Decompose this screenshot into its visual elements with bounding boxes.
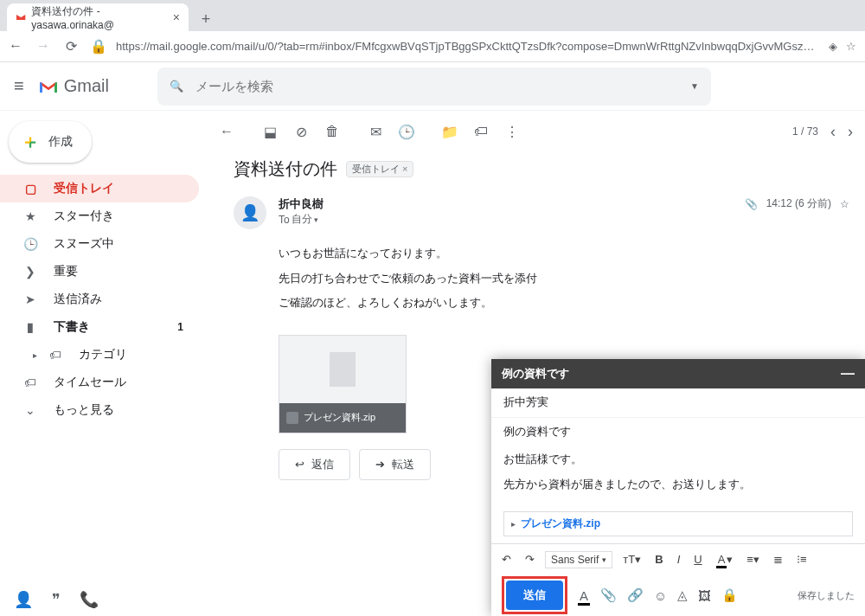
close-tab-icon[interactable]: × xyxy=(173,11,180,23)
prev-thread-icon[interactable]: ‹ xyxy=(830,123,836,141)
font-size-icon[interactable]: тT▾ xyxy=(619,551,644,568)
sidebar-item-custom-label[interactable]: 🏷 タイムセール xyxy=(0,369,199,396)
file-type-icon xyxy=(286,412,298,424)
nav-reload-icon[interactable]: ⟳ xyxy=(64,38,78,55)
search-icon[interactable]: 🔍 xyxy=(170,80,183,93)
sender-avatar[interactable]: 👤 xyxy=(234,196,266,229)
gmail-logo[interactable]: Gmail xyxy=(38,76,109,96)
compose-body-line: 先方から資料が届きましたので、お送りします。 xyxy=(503,475,853,496)
mark-unread-icon[interactable]: ✉ xyxy=(360,124,391,140)
send-button[interactable]: 送信 xyxy=(506,581,563,610)
labels-icon[interactable]: 🏷 xyxy=(465,124,497,139)
body-line: ご確認のほど、よろしくおねがいします。 xyxy=(279,291,849,316)
compose-attachment-chip[interactable]: ▸ プレゼン資料.zip xyxy=(503,511,853,536)
reply-button[interactable]: ↩ 返信 xyxy=(279,449,350,480)
forward-label: 転送 xyxy=(392,457,414,472)
to-value: 自分 xyxy=(292,212,312,227)
attachment-tile[interactable]: プレゼン資料.zip xyxy=(279,335,407,433)
minimize-icon[interactable]: — xyxy=(841,366,855,382)
sidebar-item-important[interactable]: ❯ 重要 xyxy=(0,258,199,286)
search-box[interactable]: 🔍 ▼ xyxy=(157,67,711,106)
bookmark-star-icon[interactable]: ☆ xyxy=(846,40,856,53)
ordered-list-icon[interactable]: ≣ xyxy=(770,551,786,568)
delete-icon[interactable]: 🗑 xyxy=(317,124,348,139)
sender-name[interactable]: 折中良樹 xyxy=(279,196,733,212)
redo-icon[interactable]: ↷ xyxy=(522,551,538,568)
compose-subject-field[interactable]: 例の資料です xyxy=(491,418,865,446)
hangouts-icon[interactable]: ❞ xyxy=(52,590,61,609)
bullet-list-icon[interactable]: ⁝≡ xyxy=(793,551,811,568)
browser-tab-bar: 資料送付の件 - yasawa.orinaka@ × + xyxy=(0,0,865,31)
sidebar-item-starred[interactable]: ★ スター付き xyxy=(0,202,199,230)
align-icon[interactable]: ≡▾ xyxy=(743,551,763,568)
zip-file-icon xyxy=(330,352,356,387)
italic-icon[interactable]: I xyxy=(674,551,684,568)
search-input[interactable] xyxy=(195,79,678,93)
browser-address-bar: ← → ⟳ 🔒 https://mail.google.com/mail/u/0… xyxy=(0,31,865,62)
phone-icon[interactable]: 📞 xyxy=(80,590,99,609)
insert-drive-icon[interactable]: ◬ xyxy=(677,587,688,603)
next-thread-icon[interactable]: › xyxy=(848,123,853,141)
nav-forward-icon[interactable]: → xyxy=(36,38,50,55)
sidebar-item-inbox[interactable]: ▢ 受信トレイ xyxy=(0,175,199,202)
content-area: ← ⬓ ⊘ 🗑 ✉ 🕒 📁 🏷 ⋮ 1 / 73 ‹ › 資料送付の件 受信トレ… xyxy=(199,111,865,616)
attachment-expand-icon: ▸ xyxy=(511,519,516,529)
new-tab-button[interactable]: + xyxy=(194,7,218,31)
insert-link-icon[interactable]: 🔗 xyxy=(627,587,644,603)
expand-icon: ▸ xyxy=(22,350,37,360)
nav-back-icon[interactable]: ← xyxy=(9,38,22,55)
label-chip[interactable]: 受信トレイ xyxy=(346,161,413,177)
text-format-icon[interactable]: A xyxy=(578,588,590,603)
sidebar-item-snoozed[interactable]: 🕒 スヌーズ中 xyxy=(0,230,199,258)
forward-icon: ➔ xyxy=(375,458,385,471)
compose-button[interactable]: ＋ 作成 xyxy=(9,121,92,163)
sidebar: ＋ 作成 ▢ 受信トレイ ★ スター付き 🕒 スヌーズ中 ❯ 重要 ➤ 送信済み… xyxy=(0,111,199,616)
extension-icon[interactable]: ◈ xyxy=(829,40,837,53)
more-actions-icon[interactable]: ⋮ xyxy=(497,124,528,140)
archive-icon[interactable]: ⬓ xyxy=(254,124,285,140)
forward-button[interactable]: ➔ 転送 xyxy=(359,449,431,480)
svg-rect-1 xyxy=(54,82,57,93)
compose-body[interactable]: お世話様です。 先方から資料が届きましたので、お送りします。 xyxy=(491,446,865,505)
snooze-icon[interactable]: 🕒 xyxy=(391,124,422,140)
confidential-mode-icon[interactable]: 🔒 xyxy=(721,587,738,603)
font-family-select[interactable]: Sans Serif▾ xyxy=(545,551,612,568)
compose-title-bar[interactable]: 例の資料です — xyxy=(491,359,865,388)
label-icon: 🏷 xyxy=(48,348,63,362)
reply-icon: ↩ xyxy=(295,458,304,471)
sidebar-label: カテゴリ xyxy=(79,347,127,363)
menu-icon[interactable]: ≡ xyxy=(14,76,24,96)
attach-file-icon[interactable]: 📎 xyxy=(600,587,617,603)
contacts-icon[interactable]: 👤 xyxy=(14,590,33,609)
lock-icon[interactable]: 🔒 xyxy=(90,38,104,55)
sidebar-label: もっと見る xyxy=(54,402,114,418)
bold-icon[interactable]: B xyxy=(651,551,666,568)
sent-icon: ➤ xyxy=(22,292,38,306)
browser-tab[interactable]: 資料送付の件 - yasawa.orinaka@ × xyxy=(7,3,189,31)
text-color-icon[interactable]: A▾ xyxy=(713,551,737,568)
url-text[interactable]: https://mail.google.com/mail/u/0/?tab=rm… xyxy=(116,40,817,53)
move-to-icon[interactable]: 📁 xyxy=(434,124,465,140)
back-to-inbox-icon[interactable]: ← xyxy=(211,124,242,139)
sidebar-item-drafts[interactable]: ▮ 下書き 1 xyxy=(0,313,199,341)
report-spam-icon[interactable]: ⊘ xyxy=(285,124,317,140)
compose-to-field[interactable]: 折中芳実 xyxy=(491,388,865,418)
search-options-icon[interactable]: ▼ xyxy=(690,81,699,91)
clock-icon: 🕒 xyxy=(22,237,38,251)
draft-icon: ▮ xyxy=(22,320,38,334)
attachment-filename: プレゼン資料.zip xyxy=(304,411,375,424)
compose-attachment-name: プレゼン資料.zip xyxy=(521,517,600,531)
undo-icon[interactable]: ↶ xyxy=(498,551,515,568)
insert-emoji-icon[interactable]: ☺ xyxy=(654,588,667,603)
sidebar-item-categories[interactable]: ▸ 🏷 カテゴリ xyxy=(0,341,199,369)
gmail-m-icon xyxy=(38,79,59,94)
to-details-icon[interactable]: ▾ xyxy=(314,215,318,224)
star-message-icon[interactable]: ☆ xyxy=(840,198,849,210)
sidebar-item-sent[interactable]: ➤ 送信済み xyxy=(0,286,199,313)
insert-photo-icon[interactable]: 🖼 xyxy=(698,588,711,603)
browser-tab-title: 資料送付の件 - yasawa.orinaka@ xyxy=(31,4,167,31)
sidebar-label: スヌーズ中 xyxy=(54,236,114,252)
sidebar-item-more[interactable]: ⌄ もっと見る xyxy=(0,396,199,424)
gmail-header: ≡ Gmail 🔍 ▼ xyxy=(0,62,865,111)
underline-icon[interactable]: U xyxy=(690,551,705,568)
